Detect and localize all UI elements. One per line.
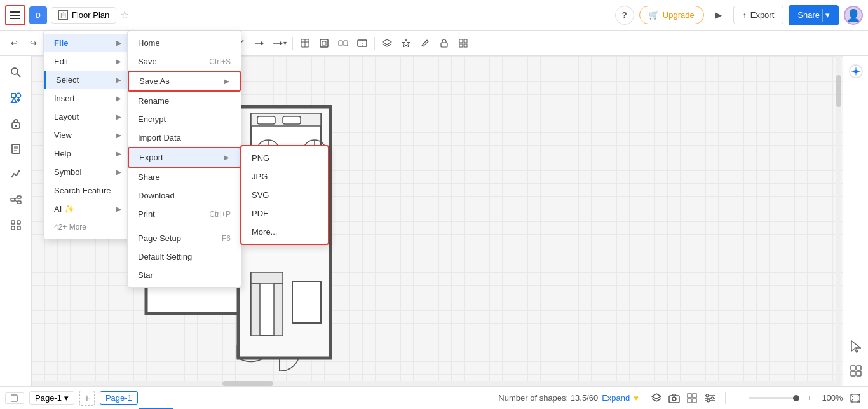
export-submenu: PNG JPG SVG PDF More... [240,145,329,245]
submenu-home[interactable]: Home [128,34,241,52]
menu-overlay[interactable]: File ▶ Edit ▶ Select ▶ Insert ▶ Layout ▶… [0,31,868,409]
cart-icon: 🛒 [649,10,659,20]
menu-item-select[interactable]: Select ▶ [44,71,132,89]
export-pdf[interactable]: PDF [241,204,328,223]
submenu-default-setting[interactable]: Default Setting [128,247,241,266]
export-svg[interactable]: SVG [241,186,328,204]
submenu-page-setup[interactable]: Page Setup F6 [128,229,241,247]
export-png[interactable]: PNG [241,149,328,167]
menu-separator [133,226,236,226]
menu-item-edit[interactable]: Edit ▶ [44,52,132,71]
submenu-save-as[interactable]: Save As ▶ [128,71,241,92]
submenu-download[interactable]: Download [128,186,241,205]
menu-item-layout[interactable]: Layout ▶ [44,107,132,126]
header-right: ? 🛒 Upgrade ▶ ↑ Export Share ▾ 👤 [615,5,863,25]
menu-item-ai[interactable]: AI ✨ ▶ [44,200,132,218]
menu-item-insert[interactable]: Insert ▶ [44,89,132,107]
submenu-share[interactable]: Share [128,168,241,186]
svg-text:D: D [36,12,40,19]
export-jpg[interactable]: JPG [241,167,328,186]
main-menu: File ▶ Edit ▶ Select ▶ Insert ▶ Layout ▶… [43,31,132,239]
export-more[interactable]: More... [241,223,328,241]
menu-item-symbol[interactable]: Symbol ▶ [44,163,132,181]
play-button[interactable]: ▶ [709,6,728,25]
upgrade-button[interactable]: 🛒 Upgrade [639,6,704,24]
header-left: D 📋 Floor Plan ☆ [5,5,129,25]
doc-title: Floor Plan [72,10,109,20]
app-logo: D [29,6,47,24]
star-icon[interactable]: ☆ [120,9,129,21]
avatar[interactable]: 👤 [844,6,863,25]
hamburger-icon [10,11,20,19]
doc-icon: 📋 [58,10,68,20]
submenu-import[interactable]: Import Data [128,128,241,147]
hamburger-button[interactable] [5,5,25,25]
submenu-encrypt[interactable]: Encrypt [128,110,241,128]
export-button[interactable]: ↑ Export [733,6,784,24]
submenu-export[interactable]: Export ▶ [128,147,241,168]
share-button[interactable]: Share ▾ [789,5,839,25]
document-tab[interactable]: 📋 Floor Plan [51,7,116,24]
menu-item-help[interactable]: Help ▶ [44,144,132,163]
menu-item-more[interactable]: 42+ More [44,218,132,236]
file-submenu: Home Save Ctrl+S Save As ▶ Rename Encryp… [127,31,241,288]
submenu-print[interactable]: Print Ctrl+P [128,205,241,223]
menu-item-search[interactable]: Search Feature [44,181,132,200]
header: D 📋 Floor Plan ☆ ? 🛒 Upgrade ▶ ↑ Export … [0,0,868,31]
submenu-star[interactable]: Star [128,266,241,284]
submenu-save[interactable]: Save Ctrl+S [128,52,241,71]
submenu-rename[interactable]: Rename [128,92,241,110]
menu-item-file[interactable]: File ▶ [44,34,132,52]
help-button[interactable]: ? [615,6,634,25]
menu-item-view[interactable]: View ▶ [44,126,132,144]
export-icon: ↑ [743,11,747,20]
